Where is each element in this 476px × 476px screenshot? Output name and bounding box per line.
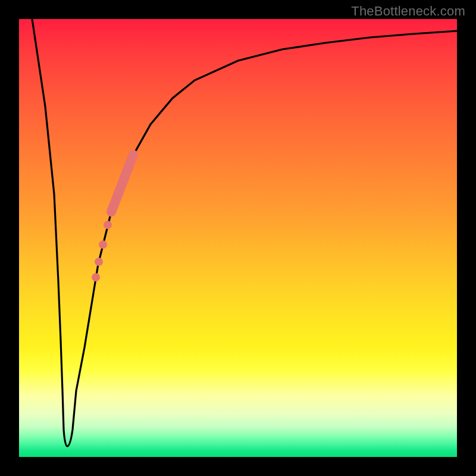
chart-root: TheBottleneck.com <box>0 0 476 476</box>
plot-area <box>19 19 457 457</box>
highlight-band <box>111 155 133 212</box>
marker-dot <box>104 221 112 229</box>
bottleneck-curve <box>19 19 457 457</box>
marker-dot <box>99 240 107 249</box>
curve-path <box>32 19 457 446</box>
marker-dot <box>95 258 103 266</box>
watermark-text: TheBottleneck.com <box>351 4 465 19</box>
marker-dot <box>92 273 100 281</box>
